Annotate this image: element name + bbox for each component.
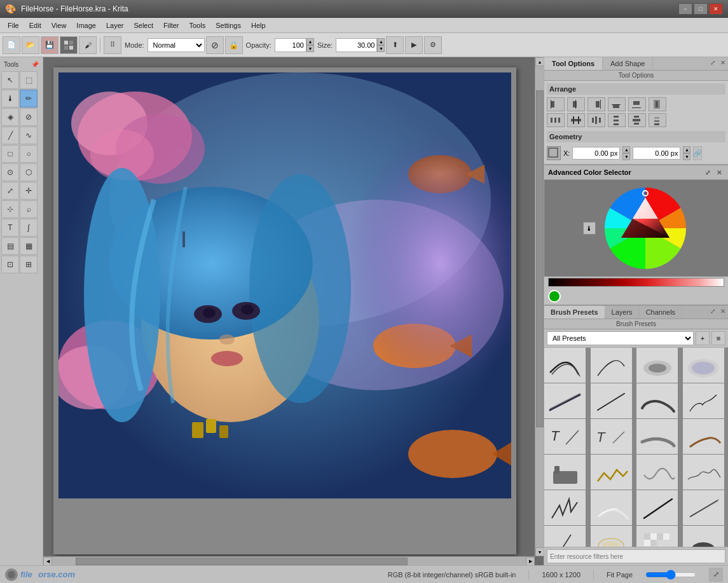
y-up[interactable]: ▲ <box>683 146 690 153</box>
tool-circle[interactable]: ○ <box>20 145 38 163</box>
size-down[interactable]: ▼ <box>377 45 385 52</box>
zoom-slider[interactable] <box>645 570 696 580</box>
brush-cell-21[interactable] <box>544 526 586 547</box>
opacity-down[interactable]: ▼ <box>306 45 314 52</box>
brush-cell-22[interactable] <box>591 526 632 547</box>
brush-cell-17[interactable] <box>544 490 586 525</box>
color-gradient-bar[interactable] <box>548 278 724 287</box>
pattern-button[interactable] <box>60 36 78 54</box>
horizontal-scrollbar[interactable]: ◀ ▶ <box>43 556 535 565</box>
brush-cell-11[interactable] <box>636 419 678 454</box>
canvas-area[interactable]: ▲ ▼ ◀ ▶ <box>43 57 544 565</box>
color-panel-close[interactable]: ✕ <box>714 167 724 177</box>
brush-cell-1[interactable] <box>544 348 586 383</box>
dist-mid-v[interactable] <box>628 113 646 127</box>
tool-smart[interactable]: ⊞ <box>20 256 38 273</box>
alpha-lock[interactable]: 🔒 <box>225 36 243 54</box>
tab-tool-options[interactable]: Tool Options <box>544 57 603 70</box>
menu-image[interactable]: Image <box>71 20 101 31</box>
color-wheel[interactable] <box>601 184 690 273</box>
menu-tools[interactable]: Tools <box>184 20 211 31</box>
tab-add-shape[interactable]: Add Shape <box>603 57 653 70</box>
eraser-toggle[interactable]: ⊘ <box>206 36 224 54</box>
tool-eyedrop[interactable]: 🌡 <box>1 90 19 107</box>
menu-edit[interactable]: Edit <box>24 20 46 31</box>
tool-freehand-sel[interactable]: ⊙ <box>1 163 19 181</box>
menu-help[interactable]: Help <box>246 20 271 31</box>
scroll-right-btn[interactable]: ▶ <box>526 557 535 565</box>
tool-smudge[interactable]: ◈ <box>1 108 19 126</box>
tab-layers[interactable]: Layers <box>605 306 640 319</box>
menu-settings[interactable]: Settings <box>210 20 246 31</box>
vertical-scrollbar[interactable]: ▲ ▼ <box>535 57 544 556</box>
brush-cell-7[interactable] <box>636 383 678 418</box>
maximize-button[interactable]: □ <box>694 3 708 15</box>
brush-cell-15[interactable] <box>636 455 678 490</box>
brush-panel-float[interactable]: ⤢ <box>708 306 718 316</box>
foreground-color[interactable] <box>548 290 561 303</box>
brush-panel-close[interactable]: ✕ <box>718 306 728 316</box>
tool-paint[interactable]: ✏ <box>20 90 38 107</box>
scroll-down-btn[interactable]: ▼ <box>535 547 544 556</box>
tool-calligraphy[interactable]: ∫ <box>20 219 38 237</box>
preset-menu-btn[interactable]: ≡ <box>711 331 725 345</box>
lock-ratio-btn[interactable]: 🔗 <box>693 146 702 160</box>
dist-center-h[interactable] <box>567 113 585 127</box>
canvas-image[interactable] <box>58 72 511 498</box>
menu-view[interactable]: View <box>46 20 72 31</box>
tool-zoom[interactable]: ⌕ <box>20 200 38 218</box>
add-preset-btn[interactable]: + <box>696 331 710 345</box>
brush-category-select[interactable]: All Presets Basic Ink Watercolor <box>547 331 694 345</box>
brush-preset-btn[interactable]: 🖌 <box>79 36 97 54</box>
brush-cell-4[interactable] <box>683 348 724 383</box>
brush-cell-6[interactable] <box>591 383 632 418</box>
mode-select[interactable]: Normal Multiply Screen Overlay <box>148 38 205 52</box>
dist-top[interactable] <box>608 113 626 127</box>
color-panel-float[interactable]: ⤢ <box>703 167 713 177</box>
tool-eraser[interactable]: ⊘ <box>20 108 38 126</box>
tool-text[interactable]: T <box>1 219 19 237</box>
settings-btn2[interactable]: ⚙ <box>424 36 442 54</box>
size-input[interactable]: 30.00 <box>336 38 377 52</box>
tool-move[interactable]: ✛ <box>20 182 38 200</box>
tool-select[interactable]: ↖ <box>1 71 19 89</box>
new-button[interactable]: 📄 <box>3 36 20 54</box>
brush-cell-8[interactable] <box>683 383 724 418</box>
align-center-h[interactable] <box>567 97 585 111</box>
tool-measure[interactable]: ⊡ <box>1 256 19 273</box>
align-right[interactable] <box>587 97 605 111</box>
x-down[interactable]: ▼ <box>622 153 630 160</box>
fullscreen-btn[interactable]: ⤢ <box>709 568 723 582</box>
resource-filter-input[interactable] <box>547 549 725 563</box>
tool-polygon-sel[interactable]: ⬡ <box>20 163 38 181</box>
brush-cell-19[interactable] <box>636 490 678 525</box>
scroll-track-v[interactable] <box>535 66 544 547</box>
brush-cell-24[interactable] <box>683 526 724 547</box>
brush-cell-12[interactable] <box>683 419 724 454</box>
menu-file[interactable]: File <box>3 20 24 31</box>
size-extra[interactable]: ⬆ <box>386 36 404 54</box>
brush-cell-9[interactable]: T <box>544 419 586 454</box>
brush-cell-23[interactable] <box>636 526 678 547</box>
brush-cell-5[interactable] <box>544 383 586 418</box>
dist-right[interactable] <box>587 113 605 127</box>
brush-cell-10[interactable]: T <box>591 419 632 454</box>
grid-button[interactable]: ⠿ <box>104 36 121 54</box>
opacity-input[interactable]: 100 <box>275 38 306 52</box>
x-input[interactable] <box>572 147 620 160</box>
save-button[interactable]: 💾 <box>41 36 58 54</box>
eyedrop-color-btn[interactable]: 🌡 <box>583 222 596 235</box>
menu-select[interactable]: Select <box>128 20 158 31</box>
scroll-track-h[interactable] <box>52 557 526 565</box>
scroll-left-btn[interactable]: ◀ <box>43 557 52 565</box>
minimize-button[interactable]: − <box>678 3 692 15</box>
tab-brush-presets[interactable]: Brush Presets <box>544 306 605 319</box>
playback-btn[interactable]: ▶ <box>405 36 423 54</box>
size-up[interactable]: ▲ <box>377 38 385 45</box>
dist-bottom[interactable] <box>649 113 666 127</box>
y-down[interactable]: ▼ <box>683 153 690 160</box>
tool-transform[interactable]: ⤢ <box>1 182 19 200</box>
brush-cell-20[interactable] <box>683 490 724 525</box>
align-left[interactable] <box>547 97 565 111</box>
tool-fill[interactable]: ▦ <box>20 237 38 255</box>
